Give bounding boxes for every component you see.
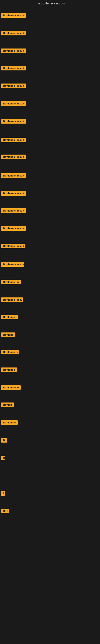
bottleneck-item-15: Bottleneck result [1,262,24,268]
bottleneck-badge-8: Bottleneck result [1,138,26,142]
bottleneck-item-23: Bottlen [1,402,14,408]
bottleneck-item-19: Bottlene [1,332,15,338]
bottleneck-item-17: Bottleneck resul [1,298,23,303]
bottleneck-badge-14: Bottleneck result [1,244,25,248]
bottleneck-item-14: Bottleneck result [1,244,25,249]
bottleneck-badge-2: Bottleneck result [1,31,26,36]
bottleneck-item-6: Bottleneck result [1,101,26,107]
bottleneck-badge-29: Bott [1,509,9,514]
bottleneck-item-13: Bottleneck result [1,226,26,232]
bottleneck-badge-7: Bottleneck result [1,119,26,124]
bottleneck-badge-23: Bottlen [1,402,14,407]
bottleneck-badge-15: Bottleneck result [1,262,24,267]
bottleneck-item-22: Bottleneck re [1,385,21,391]
bottleneck-item-18: Bottleneck [1,315,18,320]
bottleneck-badge-22: Bottleneck re [1,385,21,390]
bottleneck-badge-17: Bottleneck resul [1,298,23,302]
bottleneck-item-3: Bottleneck result [1,48,26,54]
bottleneck-item-8: Bottleneck result [1,138,26,143]
site-title: TheBottlenecker.com [0,0,100,8]
bottleneck-badge-12: Bottleneck result [1,208,26,213]
bottleneck-badge-5: Bottleneck result [1,84,26,88]
bottleneck-badge-4: Bottleneck result [1,66,26,70]
bottleneck-badge-16: Bottleneck re [1,280,21,284]
bottleneck-item-4: Bottleneck result [1,66,26,71]
bottleneck-badge-11: Bottleneck result [1,191,26,196]
bottleneck-badge-3: Bottleneck result [1,48,26,53]
bottleneck-item-28: I [1,491,5,496]
bottleneck-badge-18: Bottleneck [1,315,18,320]
bottleneck-item-21: Bottleneck [1,368,17,373]
bottleneck-item-1: Bottleneck result [1,13,26,18]
bottleneck-badge-20: Bottleneck e [1,350,19,354]
bottleneck-item-24: Bottleneck [1,420,18,426]
bottleneck-item-26: B [1,456,5,461]
bottleneck-badge-26: B [1,456,5,460]
bottleneck-item-7: Bottleneck result [1,119,26,124]
bottleneck-badge-9: Bottleneck result [1,154,26,159]
bottleneck-item-12: Bottleneck result [1,208,26,214]
bottleneck-item-10: Bottleneck result [1,173,26,179]
bottleneck-badge-10: Bottleneck result [1,173,26,178]
bottleneck-badge-25: Bo [1,438,7,442]
bottleneck-item-20: Bottleneck e [1,350,19,355]
bottleneck-item-2: Bottleneck result [1,31,26,36]
bottleneck-item-11: Bottleneck result [1,191,26,196]
bottleneck-item-25: Bo [1,438,7,443]
bottleneck-badge-1: Bottleneck result [1,13,26,18]
bottleneck-badge-6: Bottleneck result [1,101,26,106]
bottleneck-badge-13: Bottleneck result [1,226,26,231]
bottleneck-badge-19: Bottlene [1,332,15,337]
bottleneck-item-16: Bottleneck re [1,280,21,285]
bottleneck-badge-24: Bottleneck [1,420,18,425]
bottleneck-badge-28: I [1,491,5,496]
bottleneck-badge-21: Bottleneck [1,368,17,372]
bottleneck-item-9: Bottleneck result [1,154,26,160]
bottleneck-item-5: Bottleneck result [1,84,26,89]
bottleneck-item-29: Bott [1,509,9,514]
